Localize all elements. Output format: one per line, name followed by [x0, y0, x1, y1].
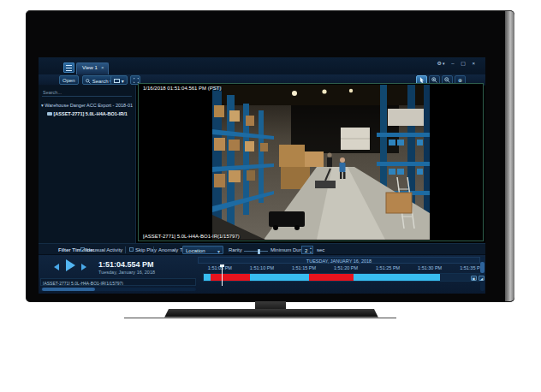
unusual-activity-label: Unusual Activity — [86, 247, 122, 252]
timeline-segment-recorded[interactable] — [250, 274, 309, 281]
rarity-label: Rarity — [229, 247, 242, 252]
rarity-slider-handle[interactable] — [258, 249, 260, 254]
timeline-segment-unusual[interactable] — [309, 274, 354, 281]
sidebar: ▾ Warehouse Danger ACC Export - 2018-01 … — [39, 86, 136, 243]
sidebar-search-input[interactable] — [42, 89, 132, 97]
min-duration-value: 2 — [305, 248, 307, 253]
tree-item-export[interactable]: ▾ Warehouse Danger ACC Export - 2018-01 — [41, 103, 135, 108]
tab-label: View 1 — [82, 65, 98, 70]
timeline-date-header: TUESDAY, JANUARY 16, 2018 — [198, 257, 480, 264]
tree-item-label: Warehouse Danger ACC Export - 2018-01 — [45, 103, 133, 108]
video-frame — [212, 85, 430, 240]
tree-expander-icon[interactable]: ▾ — [41, 103, 44, 108]
step-back-icon[interactable] — [54, 264, 59, 270]
main-viewer-area: ▾ Warehouse Danger ACC Export - 2018-01 … — [39, 86, 485, 243]
camera-panel[interactable]: 1/16/2018 01:51:04.561 PM (PST) [ASSET-2… — [138, 83, 484, 241]
settings-gear-icon[interactable]: ⚙ — [437, 60, 442, 66]
hscroll-thumb[interactable] — [42, 288, 95, 291]
checkbox-empty-icon[interactable] — [129, 247, 134, 252]
timeline-camera-row[interactable]: [ASSET-2771] 5.0L-H4A-BO1-IR(1/15797) — [40, 278, 196, 286]
rarity-slider[interactable] — [244, 251, 268, 252]
window-controls: ⚙▾ – ▢ × — [432, 60, 475, 70]
timeline-playhead[interactable] — [222, 264, 223, 286]
vscroll-thumb[interactable] — [480, 262, 485, 273]
timeline-panel: TUESDAY, JANUARY 16, 2018 1:51:05 PM1:51… — [198, 255, 485, 294]
close-button[interactable]: × — [472, 61, 475, 66]
display-dropdown-icon: ▾ — [122, 79, 124, 84]
video-timestamp-overlay: 1/16/2018 01:51:04.561 PM (PST) — [143, 86, 221, 91]
tree-item-camera[interactable]: [ASSET-2771] 5.0L-H4A-BO1-IR/1 — [47, 111, 141, 116]
chevron-down-icon: ▾ — [217, 248, 220, 254]
title-bar: View 1× ⚙▾ – ▢ × — [39, 57, 485, 74]
stand-reflection-line — [124, 318, 396, 318]
app-menu-icon[interactable] — [63, 62, 74, 73]
timeline-segment-unusual[interactable] — [211, 274, 250, 281]
min-duration-unit: sec — [317, 247, 324, 252]
display-layout-button[interactable]: ▾ — [110, 75, 128, 85]
monitor-edge-highlight — [505, 11, 514, 301]
restore-button[interactable]: ▢ — [461, 60, 466, 66]
stepper-arrows-icon[interactable]: ▴▾ — [310, 246, 312, 254]
play-icon[interactable] — [66, 259, 75, 271]
settings-dropdown-icon[interactable]: ▾ — [443, 61, 445, 66]
monitor-icon — [114, 79, 120, 83]
checkbox-checked-icon[interactable]: ✓ — [80, 247, 85, 252]
tab-view-1[interactable]: View 1× — [76, 62, 109, 74]
anomaly-type-value: Location — [186, 248, 205, 253]
camera-icon — [47, 112, 52, 116]
zoom-out-icon — [444, 77, 450, 83]
monitor-stand-base — [164, 309, 378, 318]
divider — [125, 246, 126, 253]
timeline-vscrollbar[interactable] — [480, 257, 485, 291]
min-duration-stepper[interactable]: 2 ▴▾ — [301, 246, 313, 254]
playback-bar: 1:51:04.554 PM Tuesday, January 16, 2018… — [39, 255, 485, 294]
timeline-tick: 1:51:15 PM — [292, 265, 316, 270]
cursor-icon — [419, 77, 425, 83]
timeline-tick: 1:51:30 PM — [418, 265, 442, 270]
playback-date: Tuesday, January 16, 2018 — [98, 270, 155, 275]
unusual-activity-checkbox[interactable]: ✓Unusual Activity — [80, 247, 122, 252]
video-name-overlay: [ASSET-2771] 5.0L-H4A-BO1-IR(1/15797) — [143, 234, 240, 239]
timeline-bookmark-icon[interactable]: ▣ — [471, 276, 477, 281]
monitor-bezel: View 1× ⚙▾ – ▢ × Open Search ▾ — [26, 10, 514, 302]
zoom-in-icon — [431, 77, 437, 83]
timeline-segment-recorded[interactable] — [354, 274, 440, 281]
playback-time: 1:51:04.554 PM — [98, 260, 154, 269]
timeline-ticks: 1:51:05 PM1:51:10 PM1:51:15 PM1:51:20 PM… — [198, 265, 485, 272]
tree-item-label: [ASSET-2771] 5.0L-H4A-BO1-IR/1 — [54, 111, 128, 116]
timeline-jump-icon[interactable]: ◢ — [479, 276, 485, 281]
search-icon — [86, 79, 91, 84]
timeline-track[interactable]: ▣ ◢ — [203, 273, 480, 282]
app-window: View 1× ⚙▾ – ▢ × Open Search ▾ — [39, 57, 485, 294]
page: View 1× ⚙▾ – ▢ × Open Search ▾ — [0, 0, 541, 392]
warehouse-scene — [212, 85, 430, 240]
timeline-camera-label: [ASSET-2771] 5.0L-H4A-BO1-IR(1/15797) — [43, 281, 123, 286]
step-forward-icon[interactable] — [81, 264, 86, 270]
timeline-tick: 1:51:25 PM — [376, 265, 400, 270]
timeline-hscrollbar[interactable] — [40, 288, 196, 291]
timeline-tick: 1:51:20 PM — [334, 265, 358, 270]
minimize-button[interactable]: – — [451, 61, 454, 66]
timeline-segment-recorded[interactable] — [204, 274, 211, 281]
timeline-tick: 1:51:10 PM — [250, 265, 274, 270]
anomaly-type-dropdown[interactable]: ▾ Location — [182, 246, 223, 254]
filter-timeline-bar: Filter Timeline: ✓Unusual Activity Skip … — [39, 243, 485, 255]
tab-close-icon[interactable]: × — [101, 65, 104, 70]
divider — [153, 246, 154, 253]
search-button-label: Search — [92, 79, 109, 84]
open-button[interactable]: Open — [59, 75, 79, 85]
